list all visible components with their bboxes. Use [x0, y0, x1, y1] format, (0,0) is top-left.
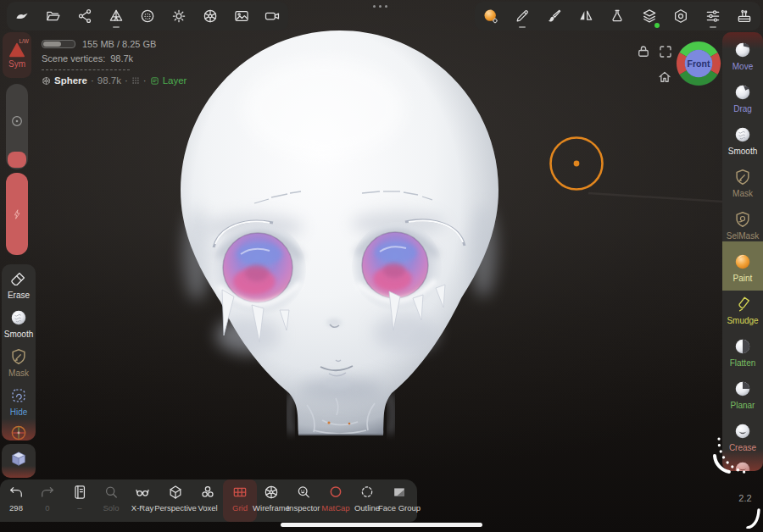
hide-marquee-icon [9, 386, 28, 405]
topology-icon [108, 8, 125, 25]
tool-label: Smooth [4, 330, 33, 339]
background-button[interactable] [229, 3, 254, 30]
object-name: Sphere [54, 75, 87, 86]
tool-move[interactable]: Move [722, 41, 763, 71]
fullscreen-button[interactable] [658, 44, 673, 59]
tool-hide[interactable]: Hide [2, 386, 36, 417]
tool-label: Drag [733, 104, 752, 114]
symmetry-button[interactable] [573, 3, 599, 30]
painting-button[interactable] [542, 3, 567, 30]
toolbar-bottom: 298 0 – Solo X-Ray Perspective Voxel Gr [0, 479, 417, 522]
radius-slider-handle[interactable] [8, 152, 26, 168]
reset-view-home-button[interactable] [657, 69, 672, 85]
rotation-lock-button[interactable] [636, 44, 651, 59]
lock-icon [636, 44, 651, 59]
mesh-button[interactable] [135, 3, 160, 30]
topology-button[interactable] [103, 3, 129, 30]
eraser-icon [9, 269, 28, 288]
tool-planar[interactable]: Planar [722, 380, 763, 410]
submenu-dash [519, 26, 526, 28]
tool-label: Planar [731, 401, 755, 410]
tool-voxel-cube[interactable] [2, 450, 36, 468]
material-button[interactable] [198, 3, 223, 30]
sym-badge: L/W [19, 38, 29, 44]
lightning-icon [11, 208, 23, 220]
camera-button[interactable] [259, 3, 285, 30]
app-window: 155 MB / 8.25 GB Scene vertices: 98.7k S… [0, 0, 763, 532]
settings-button[interactable] [668, 3, 693, 30]
redo-count: 0 [45, 503, 49, 513]
background-image-icon [233, 8, 250, 25]
outline-label: Outline [354, 503, 380, 513]
shield-pencil-icon [733, 168, 752, 186]
separator-dot: · [143, 75, 147, 86]
tool-label: Erase [8, 291, 30, 300]
home-indicator[interactable] [281, 523, 482, 527]
glasses-icon [134, 484, 151, 501]
layers-button[interactable] [637, 3, 662, 30]
panel-drag-handle[interactable] [709, 437, 753, 479]
face-group-button[interactable]: Face Group [381, 484, 418, 513]
sphere-flatten-icon [733, 337, 752, 356]
vertices-label: Scene vertices: [42, 53, 105, 64]
toolbox-button[interactable] [732, 3, 757, 30]
layer-label: Layer [163, 75, 187, 86]
interface-button[interactable] [700, 3, 726, 30]
postprocess-button[interactable] [604, 3, 630, 30]
stroke-button[interactable] [510, 3, 535, 30]
corner-handle-icon[interactable] [744, 505, 763, 529]
symmetry-toggle-button[interactable]: L/W Sym [3, 32, 31, 78]
memory-progress-fill [43, 42, 61, 47]
divider-dashed [42, 69, 130, 70]
paint-ball-icon [733, 252, 752, 271]
tool-smooth-left[interactable]: Smooth [2, 308, 36, 339]
tool-selmask[interactable]: SelMask [722, 210, 763, 241]
inspector-magnifier-icon [295, 484, 312, 501]
separator-dot: · [91, 75, 94, 86]
tool-mask-left[interactable]: Mask [2, 347, 36, 378]
material-matcap-button[interactable] [478, 3, 504, 30]
grid-icon [231, 484, 248, 501]
toolbox-icon [736, 8, 753, 25]
symmetry-icon [577, 8, 594, 25]
sculpt-head[interactable] [181, 30, 498, 435]
node-graph-icon [76, 8, 93, 25]
intensity-slider[interactable] [6, 173, 28, 255]
tool-smooth-right[interactable]: Smooth [722, 125, 763, 156]
scene-graph-button[interactable] [72, 3, 97, 30]
object-row[interactable]: Sphere · 98.7k · · Layer [42, 75, 187, 86]
lighting-button[interactable] [166, 3, 192, 30]
view-gizmo-orb: Front [675, 40, 722, 87]
tool-gizmo[interactable] [2, 424, 36, 441]
tool-label: Paint [733, 274, 753, 283]
sphere-drag-icon [733, 83, 752, 102]
view-gizmo[interactable]: Front [675, 40, 722, 87]
layer-icon [150, 76, 159, 86]
tool-flatten[interactable]: Flatten [722, 337, 763, 368]
dashed-circle-icon [359, 484, 376, 501]
app-menu-button[interactable] [9, 3, 35, 30]
tool-mask-right[interactable]: Mask [722, 168, 763, 198]
tool-erase[interactable]: Erase [2, 269, 36, 300]
tool-smudge[interactable]: Smudge [722, 295, 763, 325]
sphere-planar-icon [733, 380, 752, 398]
dots-grid-icon [131, 76, 140, 85]
tool-drag[interactable]: Drag [722, 83, 763, 114]
tool-label: SelMask [727, 231, 759, 241]
cube-icon [167, 484, 184, 501]
mesh-sphere-icon [139, 8, 156, 25]
vertices-row: Scene vertices: 98.7k [42, 53, 187, 64]
voxel-spheres-icon [199, 484, 216, 501]
tool-paint[interactable]: Paint [722, 252, 763, 283]
radius-slider[interactable] [6, 84, 28, 169]
history-label: – [77, 503, 81, 513]
files-button[interactable] [41, 3, 66, 30]
circle-dot-icon [10, 114, 24, 128]
multitask-indicator-icon[interactable] [373, 5, 387, 8]
voxel-cube-icon [9, 450, 28, 468]
postprocess-flask-icon [609, 8, 626, 25]
tool-label: Move [732, 62, 753, 71]
layers-icon [641, 8, 658, 25]
xray-label: X-Ray [131, 503, 153, 513]
camera-icon [264, 8, 281, 25]
